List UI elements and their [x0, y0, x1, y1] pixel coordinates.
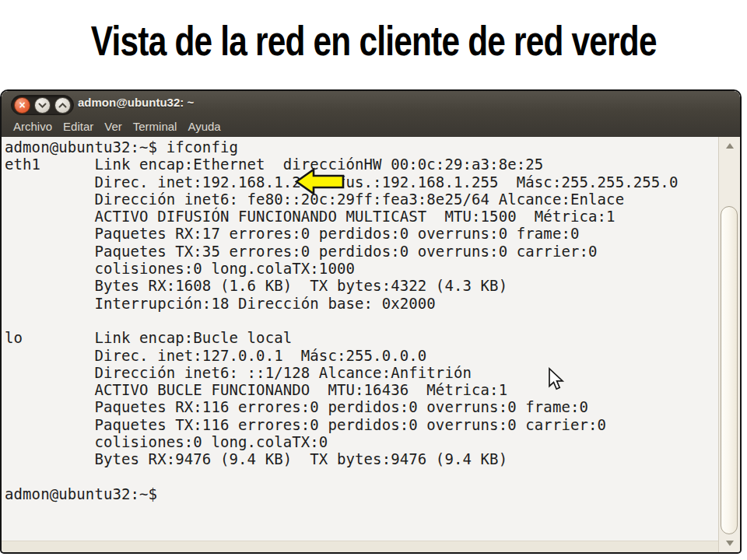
- menu-ayuda[interactable]: Ayuda: [182, 118, 226, 135]
- window-title: admon@ubuntu32: ~: [78, 96, 194, 109]
- scrollbar-thumb[interactable]: [721, 206, 738, 534]
- window-titlebar[interactable]: × admon@ubuntu32: ~: [2, 91, 740, 116]
- page-title: Vista de la red en cliente de red verde: [0, 17, 747, 65]
- scrollbar[interactable]: [718, 137, 740, 552]
- maximize-icon[interactable]: [54, 97, 71, 114]
- close-icon[interactable]: ×: [14, 97, 30, 114]
- window-bottom-edge: [2, 541, 740, 552]
- terminal-output: admon@ubuntu32:~$ ifconfig eth1 Link enc…: [3, 137, 717, 502]
- page-title-text: Vista de la red en cliente de red verde: [91, 17, 657, 65]
- terminal-window: × admon@ubuntu32: ~ Archivo Editar Ver T…: [0, 89, 742, 554]
- terminal-output-area[interactable]: admon@ubuntu32:~$ ifconfig eth1 Link enc…: [3, 137, 717, 540]
- mouse-cursor-icon: [547, 367, 566, 392]
- scroll-down-icon[interactable]: [726, 541, 734, 546]
- window-header: × admon@ubuntu32: ~ Archivo Editar Ver T…: [2, 91, 740, 137]
- menu-bar: Archivo Editar Ver Terminal Ayuda: [2, 116, 740, 137]
- menu-editar[interactable]: Editar: [58, 118, 99, 135]
- menu-ver[interactable]: Ver: [99, 118, 128, 135]
- menu-terminal[interactable]: Terminal: [128, 118, 183, 135]
- window-controls: ×: [11, 95, 74, 115]
- minimize-icon[interactable]: [34, 97, 51, 114]
- menu-archivo[interactable]: Archivo: [8, 118, 58, 135]
- highlight-arrow-icon: [295, 167, 345, 197]
- scroll-up-icon[interactable]: [726, 143, 734, 149]
